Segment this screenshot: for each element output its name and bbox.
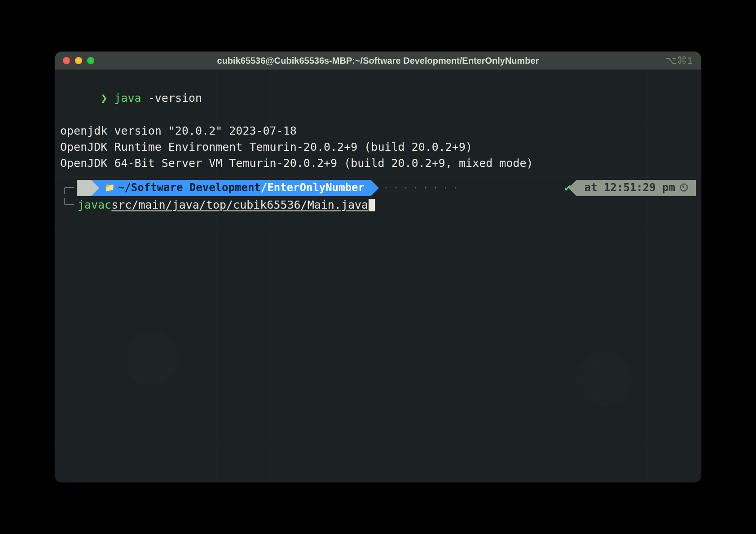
close-button[interactable] <box>63 57 70 64</box>
folder-icon: 📁 <box>105 182 114 193</box>
cwd-segment: 📁 ~/Software Development/EnterOnlyNumber <box>91 180 371 196</box>
zoom-button[interactable] <box>87 57 94 64</box>
titlebar[interactable]: cubik65536@Cubik65536s-MBP:~/Software De… <box>55 52 701 70</box>
command-line-2[interactable]: ╰─ javac src/main/java/top/cubik65536/Ma… <box>60 197 696 213</box>
command-args: -version <box>141 92 202 105</box>
command-filepath: src/main/java/top/cubik65536/Main.java <box>111 197 368 213</box>
terminal-body[interactable]: ❯ java -version openjdk version "20.0.2"… <box>55 70 701 482</box>
cwd-path-leaf: EnterOnlyNumber <box>267 180 365 196</box>
traffic-lights <box>55 57 94 64</box>
clock-icon: ⏲ <box>679 180 690 196</box>
command-name: java <box>114 92 141 105</box>
powerline-filler: ········ <box>371 181 559 194</box>
cursor-icon <box>369 199 375 211</box>
terminal-window: cubik65536@Cubik65536s-MBP:~/Software De… <box>55 52 701 482</box>
window-shortcut-hint: ⌥⌘1 <box>665 55 693 66</box>
cwd-path-sep: / <box>261 180 267 196</box>
minimize-button[interactable] <box>75 57 82 64</box>
prompt-branch-top-icon: ╭─ <box>60 180 77 196</box>
powerline-prompt: ╭─ 📁 ~/Software Development/EnterOnlyNum… <box>60 180 696 196</box>
command-name: javac <box>78 197 111 213</box>
output-line: OpenJDK 64-Bit Server VM Temurin-20.0.2+… <box>60 155 696 171</box>
time-segment: at 12:51:29 pm ⏲ <box>576 180 696 196</box>
cwd-path-prefix: ~/Software Development <box>118 180 261 196</box>
time-label: at 12:51:29 pm <box>585 180 675 196</box>
output-line: openjdk version "20.0.2" 2023-07-18 <box>60 123 696 139</box>
os-segment <box>77 180 91 196</box>
window-title: cubik65536@Cubik65536s-MBP:~/Software De… <box>55 56 701 66</box>
prompt-branch-bottom-icon: ╰─ <box>60 197 78 213</box>
prompt-caret-icon: ❯ <box>101 92 107 105</box>
output-line: OpenJDK Runtime Environment Temurin-20.0… <box>60 139 696 155</box>
command-line-1: ❯ java -version <box>60 74 696 123</box>
